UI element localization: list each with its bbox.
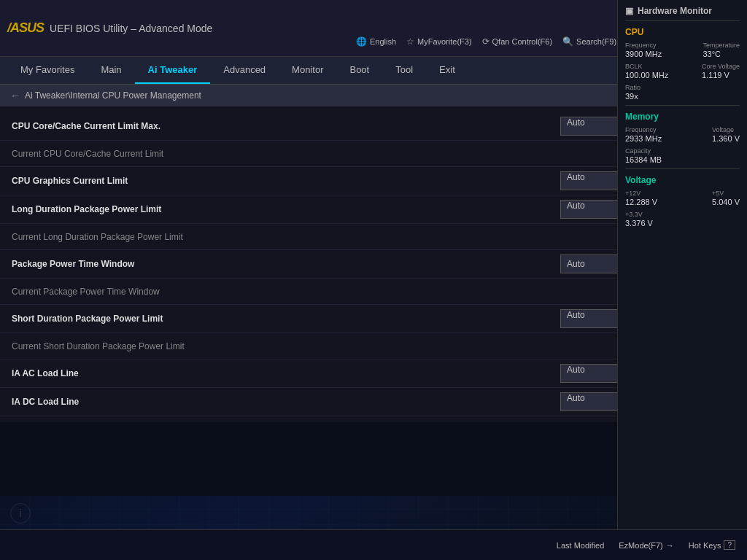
dropdown-value: Auto bbox=[567, 259, 585, 269]
question-icon: ? bbox=[724, 540, 735, 550]
last-modified-label: Last Modified bbox=[557, 541, 604, 550]
tab-boot-label: Boot bbox=[349, 64, 369, 75]
hw-cpu-bclk-label: BCLK bbox=[625, 63, 668, 70]
asus-logo: /ASUS bbox=[7, 20, 44, 36]
hotkeys-label: Hot Keys bbox=[689, 541, 721, 550]
hw-cpu-ratio-label: Ratio bbox=[625, 84, 640, 91]
hw-cpu-corevolt-value: 1.119 V bbox=[702, 71, 740, 79]
setting-label-current-short-duration: Current Short Duration Package Power Lim… bbox=[12, 341, 648, 351]
hw-volt-12-value: 12.288 V bbox=[625, 198, 657, 206]
star-icon: ☆ bbox=[406, 36, 414, 47]
toolbar-myfavorite[interactable]: ☆ MyFavorite(F3) bbox=[406, 36, 472, 47]
hw-volt-5-label: +5V bbox=[712, 190, 740, 197]
hw-cpu-freq-row: Frequency 3900 MHz Temperature 33°C bbox=[625, 42, 740, 58]
setting-label-current-long-duration: Current Long Duration Package Power Limi… bbox=[12, 232, 648, 242]
hw-monitor-title: ▣ Hardware Monitor bbox=[625, 6, 740, 21]
search-label: Search(F9) bbox=[576, 37, 616, 46]
hw-volt-33-col: +3.3V 3.376 V bbox=[625, 211, 653, 228]
hw-volt-33-row: +3.3V 3.376 V bbox=[625, 211, 740, 228]
myfavorite-label: MyFavorite(F3) bbox=[417, 37, 472, 46]
hw-cpu-temp-label: Temperature bbox=[703, 42, 740, 49]
hw-cpu-freq-col: Frequency 3900 MHz bbox=[625, 42, 662, 58]
breadcrumb-path: Ai Tweaker\Internal CPU Power Management bbox=[25, 90, 201, 101]
setting-label-current-cpu-core: Current CPU Core/Cache Current Limit bbox=[12, 149, 648, 159]
tab-exit[interactable]: Exit bbox=[426, 57, 468, 84]
hw-mem-freq-col: Frequency 2933 MHz bbox=[625, 126, 662, 143]
ezmode-arrow-icon: → bbox=[666, 541, 674, 550]
setting-label-current-package-window: Current Package Power Time Window bbox=[12, 287, 648, 297]
hw-cpu-corevolt-label: Core Voltage bbox=[702, 63, 740, 70]
hardware-monitor: ▣ Hardware Monitor CPU Frequency 3900 MH… bbox=[617, 0, 747, 560]
tab-boot[interactable]: Boot bbox=[336, 57, 382, 84]
hw-cpu-temp-value: 33°C bbox=[703, 50, 740, 58]
last-modified-button[interactable]: Last Modified bbox=[557, 541, 604, 550]
hw-cpu-freq-label: Frequency bbox=[625, 42, 662, 49]
hw-volt-5-col: +5V 5.040 V bbox=[712, 190, 740, 206]
hw-cpu-ratio-value: 39x bbox=[625, 92, 640, 101]
hw-mem-cap-row: Capacity 16384 MB bbox=[625, 147, 740, 164]
tab-aitweaker[interactable]: Ai Tweaker bbox=[135, 57, 211, 84]
hw-volt-12-label: +12V bbox=[625, 190, 657, 197]
hw-mem-volt-label: Voltage bbox=[712, 126, 740, 133]
hw-volt-section: Voltage bbox=[625, 175, 740, 185]
bottom-bar: Last Modified EzMode(F7) → Hot Keys ? bbox=[0, 529, 747, 560]
hw-mem-section: Memory bbox=[625, 112, 740, 122]
tab-tool-label: Tool bbox=[395, 64, 413, 75]
hw-mem-freq-row: Frequency 2933 MHz Voltage 1.360 V bbox=[625, 126, 740, 143]
hw-volt-5-value: 5.040 V bbox=[712, 198, 740, 206]
tab-advanced[interactable]: Advanced bbox=[210, 57, 279, 84]
hw-cpu-section: CPU bbox=[625, 27, 740, 37]
hw-mem-freq-label: Frequency bbox=[625, 126, 662, 133]
main-content: ← Ai Tweaker\Internal CPU Power Manageme… bbox=[0, 85, 747, 560]
tab-myfavorites[interactable]: My Favorites bbox=[7, 57, 88, 84]
tab-monitor[interactable]: Monitor bbox=[279, 57, 336, 84]
hw-cpu-bclk-value: 100.00 MHz bbox=[625, 71, 668, 79]
tab-main-label: Main bbox=[101, 64, 121, 75]
hw-cpu-ratio-col: Ratio 39x bbox=[625, 84, 640, 101]
hw-monitor-title-text: Hardware Monitor bbox=[638, 6, 712, 16]
setting-label-long-duration: Long Duration Package Power Limit bbox=[12, 204, 560, 214]
tab-aitweaker-label: Ai Tweaker bbox=[148, 64, 198, 75]
search-icon: 🔍 bbox=[562, 36, 573, 47]
hw-cpu-temp-col: Temperature 33°C bbox=[703, 42, 740, 58]
hw-cpu-bclk-col: BCLK 100.00 MHz bbox=[625, 63, 668, 79]
hw-mem-volt-col: Voltage 1.360 V bbox=[712, 126, 740, 143]
logo-area: /ASUS UEFI BIOS Utility – Advanced Mode bbox=[7, 20, 212, 36]
back-arrow[interactable]: ← bbox=[10, 90, 20, 101]
setting-label-package-power-window: Package Power Time Window bbox=[12, 259, 560, 269]
qfan-label: Qfan Control(F6) bbox=[492, 37, 553, 46]
tab-tool[interactable]: Tool bbox=[382, 57, 426, 84]
setting-label-ia-ac: IA AC Load Line bbox=[12, 368, 560, 378]
hw-mem-cap-label: Capacity bbox=[625, 147, 662, 155]
fan-icon: ⟳ bbox=[482, 36, 489, 47]
hw-mem-cap-col: Capacity 16384 MB bbox=[625, 147, 662, 164]
hw-volt-12-row: +12V 12.288 V +5V 5.040 V bbox=[625, 190, 740, 206]
hw-cpu-bclk-row: BCLK 100.00 MHz Core Voltage 1.119 V bbox=[625, 63, 740, 79]
hw-volt-12-col: +12V 12.288 V bbox=[625, 190, 657, 206]
hw-cpu-freq-value: 3900 MHz bbox=[625, 50, 662, 58]
toolbar-search[interactable]: 🔍 Search(F9) bbox=[562, 36, 616, 47]
setting-label-cpu-graphics: CPU Graphics Current Limit bbox=[12, 176, 560, 186]
tab-exit-label: Exit bbox=[439, 64, 455, 75]
setting-label-short-duration: Short Duration Package Power Limit bbox=[12, 314, 560, 324]
toolbar-english[interactable]: 🌐 English bbox=[356, 36, 396, 47]
globe-icon: 🌐 bbox=[356, 36, 367, 47]
hw-volt-33-label: +3.3V bbox=[625, 211, 653, 218]
hw-mem-freq-value: 2933 MHz bbox=[625, 134, 662, 143]
bios-title: UEFI BIOS Utility – Advanced Mode bbox=[50, 23, 212, 34]
tab-advanced-label: Advanced bbox=[223, 64, 266, 75]
hw-divider-mem-volt bbox=[625, 168, 740, 169]
toolbar-qfan[interactable]: ⟳ Qfan Control(F6) bbox=[482, 36, 553, 47]
hw-cpu-ratio-row: Ratio 39x bbox=[625, 84, 740, 101]
hw-mem-volt-value: 1.360 V bbox=[712, 134, 740, 143]
setting-label-ia-dc: IA DC Load Line bbox=[12, 397, 560, 407]
ezmode-label: EzMode(F7) bbox=[619, 541, 663, 550]
hw-divider-cpu-mem bbox=[625, 105, 740, 106]
setting-label-cpu-core-cache: CPU Core/Cache Current Limit Max. bbox=[12, 121, 560, 131]
ezmode-button[interactable]: EzMode(F7) → bbox=[619, 541, 674, 550]
tab-main[interactable]: Main bbox=[88, 57, 134, 84]
english-label: English bbox=[370, 37, 396, 46]
hotkeys-button[interactable]: Hot Keys ? bbox=[689, 540, 735, 550]
monitor-icon: ▣ bbox=[625, 6, 633, 16]
hw-volt-33-value: 3.376 V bbox=[625, 219, 653, 228]
